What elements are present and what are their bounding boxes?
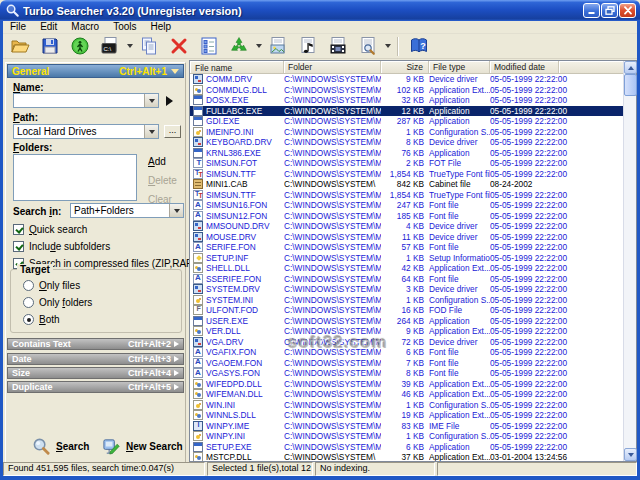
table-row[interactable]: GDI.EXEC:\WINDOWS\SYSTEM\MI...287 KBAppl… xyxy=(190,116,623,127)
search-button[interactable]: Search xyxy=(32,437,89,456)
folders-listbox[interactable] xyxy=(13,154,137,201)
table-row[interactable]: DOSX.EXEC:\WINDOWS\SYSTEM\MI...32 KBAppl… xyxy=(190,95,623,106)
table-row[interactable]: VGA.DRVC:\WINDOWS\SYSTEM\MI...72 KBDevic… xyxy=(190,337,623,348)
column-header-file-name[interactable]: File name xyxy=(190,61,284,73)
table-row[interactable]: VGASYS.FONC:\WINDOWS\SYSTEM\MI...8 KBFon… xyxy=(190,368,623,379)
name-combobox[interactable] xyxy=(13,93,159,108)
table-row[interactable]: WIFEMAN.DLLC:\WINDOWS\SYSTEM\MI...46 KBA… xyxy=(190,389,623,400)
table-row[interactable]: MOUSE.DRVC:\WINDOWS\SYSTEM\MI...11 KBDev… xyxy=(190,232,623,243)
table-row[interactable]: SHELL.DLLC:\WINDOWS\SYSTEM\MI...42 KBApp… xyxy=(190,263,623,274)
folders-add-button[interactable]: Add xyxy=(148,156,177,167)
table-row[interactable]: SIMSUN.TTFC:\WINDOWS\SYSTEM\MI...1,854 K… xyxy=(190,190,623,201)
table-row[interactable]: WINPY.INIC:\WINDOWS\SYSTEM\MI...1 KBConf… xyxy=(190,431,623,442)
table-row[interactable]: WIN.INIC:\WINDOWS\SYSTEM\MI...1 KBConfig… xyxy=(190,400,623,411)
minimize-button[interactable] xyxy=(583,3,600,18)
delete-icon[interactable] xyxy=(164,34,194,58)
folders-delete-button[interactable]: Delete xyxy=(148,175,177,186)
table-row[interactable]: SETUP.EXEC:\WINDOWS\SYSTEM\MI...6 KBAppl… xyxy=(190,442,623,453)
new-search-button[interactable]: New Search xyxy=(102,437,183,456)
table-row[interactable]: SETUP.INFC:\WINDOWS\SYSTEM\MI...1 KBSetu… xyxy=(190,253,623,264)
restore-button[interactable] xyxy=(601,3,618,18)
scrollbar-thumb[interactable] xyxy=(624,74,637,96)
music-document-icon[interactable] xyxy=(293,34,323,58)
table-row[interactable]: ULFONT.FODC:\WINDOWS\SYSTEM\MI...16 KBFO… xyxy=(190,305,623,316)
table-row[interactable]: SERIFE.FONC:\WINDOWS\SYSTEM\MI...57 KBFo… xyxy=(190,242,623,253)
checkbox-row[interactable]: Quick search xyxy=(13,223,208,235)
scroll-down-button[interactable] xyxy=(624,448,637,461)
checklist-icon[interactable] xyxy=(194,34,224,58)
section-header-date[interactable]: DateCtrl+Alt+3 xyxy=(7,353,184,365)
command-prompt-icon[interactable]: C:\ xyxy=(95,34,125,58)
checkbox-row[interactable]: Include subfolders xyxy=(13,240,208,252)
close-button[interactable] xyxy=(619,3,636,18)
vertical-scrollbar[interactable] xyxy=(623,61,636,461)
search-in-dropdown-button[interactable] xyxy=(169,204,183,217)
search-document-icon-dropdown[interactable] xyxy=(383,34,392,58)
table-row[interactable]: WINNLS.DLLC:\WINDOWS\SYSTEM\MI...19 KBAp… xyxy=(190,410,623,421)
column-header-file-type[interactable]: File type xyxy=(429,61,490,73)
section-header-duplicate[interactable]: DuplicateCtrl+Alt+5 xyxy=(7,381,184,393)
table-row[interactable]: SYSTEM.INIC:\WINDOWS\SYSTEM\MI...1 KBCon… xyxy=(190,295,623,306)
path-dropdown-button[interactable] xyxy=(144,125,158,138)
name-pattern-menu-button[interactable] xyxy=(166,96,173,106)
search-in-combobox[interactable]: Path+Folders xyxy=(70,203,184,218)
table-row[interactable]: IMEINFO.INIC:\WINDOWS\SYSTEM\MI...1 KBCo… xyxy=(190,127,623,138)
column-header-size[interactable]: Size xyxy=(381,61,429,73)
radio-icon[interactable] xyxy=(23,280,34,291)
path-combobox[interactable]: Local Hard Drives xyxy=(13,124,159,139)
film-document-icon[interactable] xyxy=(323,34,353,58)
table-row[interactable]: MINI1.CABC:\WINDOWS\SYSTEM\842 KBCabinet… xyxy=(190,179,623,190)
table-row[interactable]: SYSTEM.DRVC:\WINDOWS\SYSTEM\MI...3 KBDev… xyxy=(190,284,623,295)
section-header-general[interactable]: General Ctrl+Alt+1 xyxy=(7,64,184,78)
table-row[interactable]: COMMDLG.DLLC:\WINDOWS\SYSTEM\MI...102 KB… xyxy=(190,85,623,96)
table-row[interactable]: VGAOEM.FONC:\WINDOWS\SYSTEM\MI...7 KBFon… xyxy=(190,358,623,369)
image-document-icon[interactable] xyxy=(263,34,293,58)
search-document-icon[interactable] xyxy=(353,34,383,58)
recycle-icon[interactable] xyxy=(224,34,254,58)
table-row[interactable]: USER.EXEC:\WINDOWS\SYSTEM\MI...264 KBApp… xyxy=(190,316,623,327)
table-row[interactable]: SIMSUN12.FONC:\WINDOWS\SYSTEM\MI...185 K… xyxy=(190,211,623,222)
table-row[interactable]: WINPY.IMEC:\WINDOWS\SYSTEM\MI...83 KBIME… xyxy=(190,421,623,432)
copy-icon[interactable] xyxy=(134,34,164,58)
column-header-folder[interactable]: Folder xyxy=(284,61,381,73)
title-bar[interactable]: Turbo Searcher v3.20 (Unregister version… xyxy=(0,0,640,21)
table-row[interactable]: SIMSUN.FOTC:\WINDOWS\SYSTEM\MI...2 KBFOT… xyxy=(190,158,623,169)
file-name-cell: MOUSE.DRV xyxy=(190,232,284,242)
menu-edit[interactable]: Edit xyxy=(33,21,64,33)
name-dropdown-button[interactable] xyxy=(144,94,158,107)
table-row[interactable]: KRNL386.EXEC:\WINDOWS\SYSTEM\MI...76 KBA… xyxy=(190,148,623,159)
save-icon[interactable] xyxy=(35,34,65,58)
table-row[interactable]: WIFEDPD.DLLC:\WINDOWS\SYSTEM\MI...39 KBA… xyxy=(190,379,623,390)
recycle-icon-dropdown[interactable] xyxy=(254,34,263,58)
table-row[interactable]: SSERIFE.FONC:\WINDOWS\SYSTEM\MI...64 KBF… xyxy=(190,274,623,285)
table-row[interactable]: SIMSUN16.FONC:\WINDOWS\SYSTEM\MI...247 K… xyxy=(190,200,623,211)
command-prompt-icon-dropdown[interactable] xyxy=(125,34,134,58)
table-row[interactable]: KEYBOARD.DRVC:\WINDOWS\SYSTEM\MI...8 KBD… xyxy=(190,137,623,148)
radio-row[interactable]: Both xyxy=(23,314,92,325)
menu-file[interactable]: File xyxy=(3,21,33,33)
checkbox-icon[interactable] xyxy=(13,241,24,252)
section-header-size[interactable]: SizeCtrl+Alt+4 xyxy=(7,367,184,379)
table-row[interactable]: MSTCP.DLLC:\WINDOWS\SYSTEM\37 KBApplicat… xyxy=(190,452,623,461)
table-row[interactable]: VER.DLLC:\WINDOWS\SYSTEM\MI...9 KBApplic… xyxy=(190,326,623,337)
help-icon[interactable]: ? xyxy=(404,34,434,58)
table-row[interactable]: FULLABC.EXEC:\WINDOWS\SYSTEM\MI...12 KBA… xyxy=(190,106,623,117)
checkbox-icon[interactable] xyxy=(13,224,24,235)
section-header-contains-text[interactable]: Contains TextCtrl+Alt+2 xyxy=(7,338,184,350)
menu-help[interactable]: Help xyxy=(144,21,179,33)
column-header-modified-date[interactable]: Modified date xyxy=(490,61,559,73)
radio-row[interactable]: Only folders xyxy=(23,297,92,308)
table-row[interactable]: VGAFIX.FONC:\WINDOWS\SYSTEM\MI...6 KBFon… xyxy=(190,347,623,358)
menu-macro[interactable]: Macro xyxy=(64,21,106,33)
open-folder-icon[interactable] xyxy=(5,34,35,58)
table-row[interactable]: SIMSUN.TTFC:\WINDOWS\SYSTEM\MI...1,854 K… xyxy=(190,169,623,180)
radio-icon[interactable] xyxy=(23,314,34,325)
table-row[interactable]: COMM.DRVC:\WINDOWS\SYSTEM\MI...9 KBDevic… xyxy=(190,74,623,85)
scroll-up-button[interactable] xyxy=(624,61,637,74)
radio-icon[interactable] xyxy=(23,297,34,308)
menu-tools[interactable]: Tools xyxy=(106,21,143,33)
radio-row[interactable]: Only files xyxy=(23,280,92,291)
browse-folders-button[interactable]: ... xyxy=(164,125,181,138)
run-icon[interactable] xyxy=(65,34,95,58)
table-row[interactable]: MMSOUND.DRVC:\WINDOWS\SYSTEM\MI...4 KBDe… xyxy=(190,221,623,232)
